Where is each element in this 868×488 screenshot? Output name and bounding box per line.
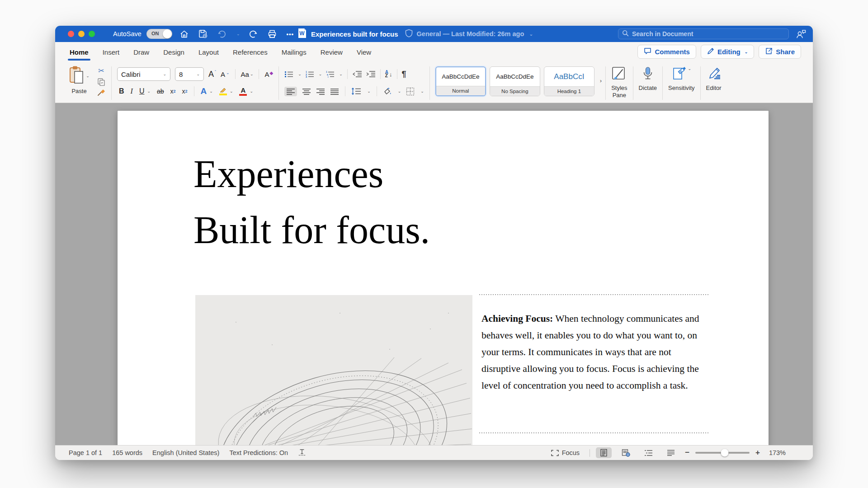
search-input[interactable] bbox=[632, 30, 777, 38]
font-color-button[interactable]: A bbox=[239, 87, 247, 96]
home-icon[interactable] bbox=[179, 29, 189, 39]
tab-design[interactable]: Design bbox=[162, 47, 185, 58]
clear-formatting-button[interactable]: A◆ bbox=[264, 70, 273, 78]
sensitivity-status[interactable]: General — Last Modified: 26m ago bbox=[417, 30, 524, 38]
paste-chevron-icon[interactable]: ⌄ bbox=[86, 74, 90, 78]
highlight-chevron-icon[interactable]: ⌄ bbox=[230, 89, 233, 94]
comments-button[interactable]: Comments bbox=[637, 45, 696, 59]
sensitivity-button[interactable]: ⌄ Sensitivity bbox=[668, 66, 695, 92]
undo-icon[interactable] bbox=[217, 29, 226, 39]
font-color-chevron-icon[interactable]: ⌄ bbox=[250, 89, 253, 94]
borders-icon[interactable] bbox=[406, 87, 415, 96]
bullets-chevron-icon[interactable]: ⌄ bbox=[298, 72, 302, 76]
document-title[interactable]: Experiences built for focus bbox=[311, 30, 398, 38]
zoom-window-button[interactable] bbox=[89, 31, 95, 37]
tab-review[interactable]: Review bbox=[320, 47, 344, 58]
save-icon[interactable] bbox=[198, 29, 208, 39]
word-count[interactable]: 165 words bbox=[112, 449, 142, 456]
shading-chevron-icon[interactable]: ⌄ bbox=[398, 89, 401, 94]
style-no-spacing[interactable]: AaBbCcDdEe No Spacing bbox=[490, 66, 540, 96]
line-spacing-icon[interactable] bbox=[351, 88, 361, 95]
dictate-button[interactable]: Dictate bbox=[639, 66, 657, 92]
bold-button[interactable]: B bbox=[119, 87, 124, 95]
format-painter-icon[interactable] bbox=[97, 89, 106, 97]
style-heading-1[interactable]: AaBbCcI Heading 1 bbox=[544, 66, 594, 96]
tab-home[interactable]: Home bbox=[69, 47, 90, 58]
numbering-icon[interactable]: 123 bbox=[305, 70, 314, 78]
show-formatting-button[interactable]: ¶ bbox=[402, 70, 406, 79]
text-effects-button[interactable]: A bbox=[201, 86, 207, 96]
document-image[interactable] bbox=[195, 295, 472, 445]
share-button[interactable]: Share bbox=[759, 45, 801, 59]
increase-indent-icon[interactable] bbox=[366, 70, 376, 78]
tab-view[interactable]: View bbox=[356, 47, 372, 58]
underline-button[interactable]: U bbox=[139, 87, 145, 95]
highlight-button[interactable] bbox=[219, 88, 227, 95]
tab-references[interactable]: References bbox=[232, 47, 269, 58]
undo-history-chevron-icon[interactable]: ⌄ bbox=[236, 32, 240, 36]
text-effects-chevron-icon[interactable]: ⌄ bbox=[209, 89, 213, 94]
align-center-button[interactable] bbox=[302, 88, 311, 95]
sensitivity-chevron-icon[interactable]: ⌄ bbox=[529, 31, 533, 37]
numbering-chevron-icon[interactable]: ⌄ bbox=[319, 72, 322, 76]
text-predictions-indicator[interactable]: Text Predictions: On bbox=[229, 449, 288, 456]
multilevel-list-icon[interactable]: 1ai bbox=[326, 70, 335, 78]
print-layout-view-button[interactable] bbox=[596, 447, 612, 458]
autosave-toggle-knob[interactable] bbox=[163, 29, 172, 38]
line-spacing-chevron-icon[interactable]: ⌄ bbox=[367, 89, 371, 94]
shrink-font-button[interactable]: A⌄ bbox=[221, 70, 230, 78]
bullets-icon[interactable] bbox=[284, 70, 293, 78]
zoom-slider[interactable] bbox=[695, 452, 750, 454]
subscript-button[interactable]: x2 bbox=[170, 88, 176, 95]
editing-mode-button[interactable]: Editing ⌄ bbox=[701, 45, 754, 59]
borders-chevron-icon[interactable]: ⌄ bbox=[420, 89, 424, 94]
draft-view-button[interactable] bbox=[663, 448, 679, 457]
multilevel-chevron-icon[interactable]: ⌄ bbox=[339, 72, 343, 76]
text-predictions-icon[interactable] bbox=[298, 449, 306, 457]
superscript-button[interactable]: x2 bbox=[182, 88, 188, 95]
styles-gallery-more-icon[interactable]: › bbox=[600, 77, 602, 84]
language-indicator[interactable]: English (United States) bbox=[152, 449, 219, 456]
copy-icon[interactable] bbox=[97, 78, 105, 86]
document-canvas[interactable]: Experiences Built for focus. bbox=[55, 103, 813, 445]
focus-mode-button[interactable]: Focus bbox=[547, 448, 584, 458]
strikethrough-button[interactable]: ab bbox=[157, 88, 164, 95]
cut-icon[interactable]: ✂ bbox=[98, 66, 104, 75]
underline-chevron-icon[interactable]: ⌄ bbox=[147, 89, 151, 94]
autosave-toggle[interactable]: ON bbox=[146, 29, 172, 39]
more-commands-icon[interactable]: ••• bbox=[286, 31, 294, 38]
align-left-button[interactable] bbox=[284, 87, 297, 96]
tab-layout[interactable]: Layout bbox=[198, 47, 220, 58]
close-window-button[interactable] bbox=[68, 31, 74, 37]
justify-button[interactable] bbox=[330, 88, 339, 95]
print-icon[interactable] bbox=[267, 29, 277, 39]
document-page[interactable]: Experiences Built for focus. bbox=[118, 111, 769, 445]
web-layout-view-button[interactable] bbox=[618, 447, 634, 458]
align-right-button[interactable] bbox=[316, 88, 325, 95]
italic-button[interactable]: I bbox=[131, 87, 133, 95]
zoom-out-button[interactable]: − bbox=[685, 448, 689, 457]
font-name-select[interactable]: Calibri⌄ bbox=[117, 67, 170, 81]
tab-mailings[interactable]: Mailings bbox=[281, 47, 307, 58]
zoom-slider-thumb[interactable] bbox=[721, 449, 728, 457]
minimize-window-button[interactable] bbox=[78, 31, 85, 37]
tab-draw[interactable]: Draw bbox=[132, 47, 150, 58]
outline-view-button[interactable] bbox=[640, 448, 657, 458]
sort-button[interactable]: AZ ↓ bbox=[385, 70, 392, 78]
zoom-in-button[interactable]: + bbox=[755, 448, 760, 457]
change-case-button[interactable]: Aa⌄ bbox=[241, 70, 254, 78]
page-indicator[interactable]: Page 1 of 1 bbox=[69, 449, 102, 456]
tab-insert[interactable]: Insert bbox=[102, 47, 121, 58]
presence-share-icon[interactable] bbox=[796, 29, 807, 41]
styles-pane-button[interactable]: StylesPane bbox=[611, 66, 627, 99]
zoom-level[interactable]: 173% bbox=[766, 449, 786, 456]
shading-bucket-icon[interactable] bbox=[383, 88, 392, 95]
style-normal[interactable]: AaBbCcDdEe Normal bbox=[435, 66, 486, 96]
editor-button[interactable]: Editor bbox=[706, 66, 722, 92]
decrease-indent-icon[interactable] bbox=[352, 70, 362, 78]
grow-font-button[interactable]: Aˆ bbox=[208, 70, 216, 79]
font-size-select[interactable]: 8⌄ bbox=[175, 67, 204, 81]
paste-button[interactable]: ⌄ Paste bbox=[66, 66, 92, 97]
search-field[interactable] bbox=[618, 28, 789, 39]
redo-icon[interactable] bbox=[249, 29, 258, 39]
